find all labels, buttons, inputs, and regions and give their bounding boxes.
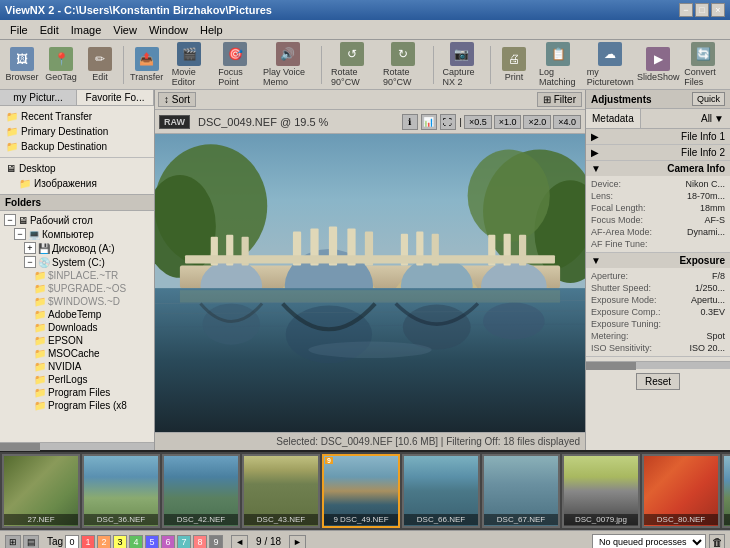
my-picturetown-button[interactable]: ☁ my Picturetown: [584, 39, 636, 90]
tab-favorite-folders[interactable]: Favorite Fo...: [77, 90, 154, 105]
tree-item-system-c[interactable]: − 💿 System (C:): [2, 255, 152, 269]
tag-9[interactable]: 9: [209, 535, 223, 549]
images-folder-item[interactable]: 📁 Изображения: [3, 176, 151, 191]
expand-desktop[interactable]: −: [4, 214, 16, 226]
rotate-cw-button[interactable]: ↻ Rotate 90°CW: [379, 39, 428, 90]
minimize-button[interactable]: −: [679, 3, 693, 17]
nav-next-button[interactable]: ►: [289, 535, 306, 549]
zoom-half[interactable]: ×0.5: [464, 115, 492, 129]
tree-item-program-files-x86[interactable]: 📁 Program Files (x8: [2, 399, 152, 412]
play-voice-icon: 🔊: [276, 42, 300, 66]
histogram-icon[interactable]: 📊: [421, 114, 437, 130]
tree-item-windows[interactable]: 📁 $WINDOWS.~D: [2, 295, 152, 308]
expand-computer[interactable]: −: [14, 228, 26, 240]
tree-item-program-files[interactable]: 📁 Program Files: [2, 386, 152, 399]
filmstrip-thumb-2[interactable]: DSC_42.NEF: [162, 454, 240, 528]
tree-item-desktop[interactable]: − 🖥 Рабочий стол: [2, 213, 152, 227]
filmstrip-thumb-3[interactable]: DSC_43.NEF: [242, 454, 320, 528]
desktop-item[interactable]: 🖥 Desktop: [3, 161, 151, 176]
capture-nx2-button[interactable]: 📷 Capture NX 2: [439, 39, 486, 90]
view-icon[interactable]: ⊞: [5, 535, 21, 549]
exposure-header[interactable]: ▼ Exposure: [586, 253, 730, 268]
zoom-2x[interactable]: ×2.0: [523, 115, 551, 129]
filmstrip-thumb-1[interactable]: DSC_36.NEF: [82, 454, 160, 528]
tree-item-drive-a[interactable]: + 💾 Дисковод (А:): [2, 241, 152, 255]
filmstrip-thumb-7[interactable]: DSC_0079.jpg: [562, 454, 640, 528]
file-info-1-header[interactable]: ▶ File Info 1: [586, 129, 730, 144]
print-button[interactable]: 🖨 Print: [496, 44, 532, 85]
convert-files-button[interactable]: 🔄 Convert Files: [680, 39, 726, 90]
filter-button[interactable]: ⊞ Filter: [537, 92, 582, 107]
left-panel-scrollbar[interactable]: [0, 442, 154, 450]
filmstrip-thumb-9[interactable]: DSC_86.N...: [722, 454, 730, 528]
adjustments-mode-button[interactable]: Quick: [692, 92, 725, 106]
tag-4[interactable]: 4: [129, 535, 143, 549]
sort-button[interactable]: ↕ Sort: [158, 92, 196, 107]
menu-edit[interactable]: Edit: [35, 23, 64, 37]
menu-window[interactable]: Window: [144, 23, 193, 37]
zoom-1x[interactable]: ×1.0: [494, 115, 522, 129]
tree-item-epson[interactable]: 📁 EPSON: [2, 334, 152, 347]
filmstrip-thumb-6[interactable]: DSC_67.NEF: [482, 454, 560, 528]
tree-item-upgrade[interactable]: 📁 $UPGRADE.~OS: [2, 282, 152, 295]
tree-item-downloads[interactable]: 📁 Downloads: [2, 321, 152, 334]
folder-tree[interactable]: − 🖥 Рабочий стол − 💻 Компьютер + 💾 Диско…: [0, 211, 154, 442]
primary-destination-item[interactable]: 📁 Primary Destination: [3, 124, 151, 139]
rotate-ccw-icon: ↺: [340, 42, 364, 66]
queue-dropdown[interactable]: No queued processes: [592, 534, 706, 549]
transfer-button[interactable]: 📤 Transfer: [129, 44, 165, 85]
reset-button[interactable]: Reset: [636, 373, 680, 390]
tag-5[interactable]: 5: [145, 535, 159, 549]
right-panel-scrollbar-h[interactable]: [586, 361, 730, 369]
expand-system-c[interactable]: −: [24, 256, 36, 268]
rotate-ccw-button[interactable]: ↺ Rotate 90°CW: [327, 39, 376, 90]
menu-file[interactable]: File: [5, 23, 33, 37]
close-button[interactable]: ×: [711, 3, 725, 17]
recent-transfer-item[interactable]: 📁 Recent Transfer: [3, 109, 151, 124]
trash-icon[interactable]: 🗑: [709, 534, 725, 549]
camera-info-header[interactable]: ▼ Camera Info: [586, 161, 730, 176]
tag-6[interactable]: 6: [161, 535, 175, 549]
play-voice-button[interactable]: 🔊 Play Voice Memo: [259, 39, 316, 90]
tree-item-adobetemp[interactable]: 📁 AdobeTemp: [2, 308, 152, 321]
movie-editor-button[interactable]: 🎬 Movie Editor: [168, 39, 212, 90]
geotag-button[interactable]: 📍 GeoTag: [43, 44, 79, 85]
tag-2[interactable]: 2: [97, 535, 111, 549]
filmstrip-thumb-4[interactable]: 9 9 DSC_49.NEF: [322, 454, 400, 528]
slideshow-button[interactable]: ▶ SlideShow: [639, 44, 677, 85]
tab-my-pictures[interactable]: my Pictur...: [0, 90, 77, 105]
focus-point-button[interactable]: 🎯 Focus Point: [214, 39, 256, 90]
tag-7[interactable]: 7: [177, 535, 191, 549]
right-panel-scroll[interactable]: ▶ File Info 1 ▶ File Info 2 ▼ Camera Inf…: [586, 129, 730, 450]
menu-view[interactable]: View: [108, 23, 142, 37]
backup-destination-item[interactable]: 📁 Backup Destination: [3, 139, 151, 154]
tree-item-inplace[interactable]: 📁 $INPLACE.~TR: [2, 269, 152, 282]
expand-drive-a[interactable]: +: [24, 242, 36, 254]
zoom-4x[interactable]: ×4.0: [553, 115, 581, 129]
tag-0[interactable]: 0: [65, 535, 79, 549]
tab-metadata[interactable]: Metadata: [586, 109, 641, 128]
browser-button[interactable]: 🖼 Browser: [4, 44, 40, 85]
tree-item-computer[interactable]: − 💻 Компьютер: [2, 227, 152, 241]
fullscreen-icon[interactable]: ⛶: [440, 114, 456, 130]
image-viewer[interactable]: [155, 134, 585, 432]
filmstrip-thumb-8[interactable]: DSC_80.NEF: [642, 454, 720, 528]
tree-item-perllogs[interactable]: 📁 PerlLogs: [2, 373, 152, 386]
tag-8[interactable]: 8: [193, 535, 207, 549]
metadata-filter[interactable]: All ▼: [695, 109, 730, 128]
info-icon[interactable]: ℹ: [402, 114, 418, 130]
tree-item-msocache[interactable]: 📁 MSOCache: [2, 347, 152, 360]
filmstrip-thumb-0[interactable]: 27.NEF: [2, 454, 80, 528]
tag-3[interactable]: 3: [113, 535, 127, 549]
nav-prev-button[interactable]: ◄: [231, 535, 248, 549]
log-matching-button[interactable]: 📋 Log Matching: [535, 39, 581, 90]
filmstrip-icon[interactable]: ▤: [23, 535, 39, 549]
edit-button[interactable]: ✏ Edit: [82, 44, 118, 85]
maximize-button[interactable]: □: [695, 3, 709, 17]
filmstrip-thumb-5[interactable]: DSC_66.NEF: [402, 454, 480, 528]
tag-1[interactable]: 1: [81, 535, 95, 549]
menu-image[interactable]: Image: [66, 23, 107, 37]
tree-item-nvidia[interactable]: 📁 NVIDIA: [2, 360, 152, 373]
file-info-2-header[interactable]: ▶ File Info 2: [586, 145, 730, 160]
menu-help[interactable]: Help: [195, 23, 228, 37]
